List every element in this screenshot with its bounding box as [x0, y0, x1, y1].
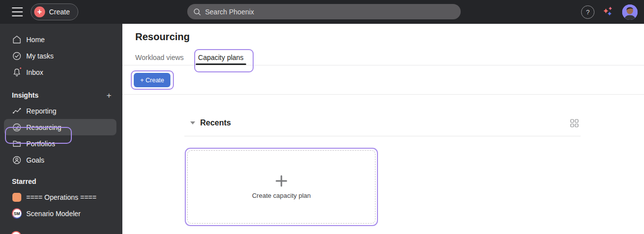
recents-section: Recents — [184, 117, 581, 136]
sidebar: Home My tasks Inbox Insights + — [0, 24, 122, 234]
search-icon — [193, 8, 201, 16]
page-title: Resourcing — [135, 31, 190, 43]
user-avatar[interactable] — [622, 4, 638, 20]
create-card-label: Create capacity plan — [252, 192, 311, 199]
starred-section-label: Starred — [12, 177, 36, 185]
recents-label: Recents — [200, 118, 569, 127]
check-circle-icon — [12, 51, 22, 61]
ai-sparkles-icon[interactable] — [601, 4, 616, 19]
collapse-arrow-icon[interactable] — [190, 121, 195, 124]
create-capacity-plan-card[interactable]: Create capacity plan — [187, 150, 376, 224]
sm-avatar-icon: SM — [12, 209, 22, 219]
partial-starred-avatar — [11, 231, 21, 234]
sidebar-item-label: Goals — [26, 156, 45, 164]
person-circle-icon — [12, 155, 22, 165]
sidebar-item-home[interactable]: Home — [4, 31, 116, 48]
topbar-right-group: ? — [581, 0, 638, 24]
sidebar-item-operations[interactable]: ==== Operations ==== — [4, 189, 116, 205]
sidebar-item-reporting[interactable]: Reporting — [4, 103, 116, 119]
help-button[interactable]: ? — [581, 5, 594, 19]
folder-icon — [12, 139, 22, 149]
topbar-create-label: Create — [49, 8, 70, 16]
main-content: Resourcing Workload views Capacity plans… — [122, 24, 644, 234]
sidebar-section-insights: Insights + — [0, 88, 122, 103]
sidebar-item-label: Portfolios — [26, 140, 55, 148]
add-insight-button[interactable]: + — [107, 91, 111, 100]
sidebar-item-inbox[interactable]: Inbox — [4, 64, 116, 80]
sidebar-item-my-tasks[interactable]: My tasks — [4, 48, 116, 64]
hamburger-menu-icon[interactable] — [12, 7, 23, 16]
sidebar-item-label: Resourcing — [26, 123, 61, 131]
plus-icon — [275, 175, 288, 187]
sidebar-item-scenario-modeler[interactable]: SM Scenario Modeler — [4, 205, 116, 222]
tab-capacity-plans[interactable]: Capacity plans — [198, 54, 244, 61]
topbar: + Create Search Phoenix ? — [0, 0, 644, 24]
sidebar-item-goals[interactable]: Goals — [4, 152, 116, 168]
search-input[interactable]: Search Phoenix — [187, 4, 461, 19]
sidebar-item-resourcing[interactable]: Resourcing — [4, 119, 116, 135]
search-placeholder: Search Phoenix — [205, 8, 254, 16]
sm-initials: SM — [13, 209, 21, 218]
question-mark-icon: ? — [586, 8, 590, 16]
recents-divider — [184, 136, 581, 136]
sidebar-item-label: Inbox — [26, 68, 43, 76]
sidebar-item-label: My tasks — [26, 52, 54, 60]
app-window: + Create Search Phoenix ? — [0, 0, 644, 234]
recents-header: Recents — [184, 117, 581, 128]
sidebar-item-label: ==== Operations ==== — [26, 193, 97, 201]
tabs-divider — [122, 65, 644, 65]
sidebar-section-starred: Starred — [0, 174, 122, 189]
notification-badge — [19, 66, 22, 70]
project-color-icon — [12, 192, 22, 202]
sidebar-item-portfolios[interactable]: Portfolios — [4, 135, 116, 152]
gauge-icon — [12, 122, 22, 132]
topbar-create-button[interactable]: + Create — [31, 3, 78, 20]
create-capacity-plan-button[interactable]: + Create — [134, 73, 170, 87]
tab-bar: Workload views Capacity plans — [135, 54, 244, 61]
grid-view-icon[interactable] — [569, 118, 579, 128]
sidebar-item-label: Reporting — [26, 107, 56, 115]
line-chart-icon — [12, 106, 22, 116]
insights-section-label: Insights — [12, 91, 39, 99]
bell-icon — [12, 67, 22, 77]
toolbar-divider — [122, 94, 644, 95]
plus-icon: + — [34, 6, 45, 17]
sidebar-item-label: Scenario Modeler — [26, 210, 81, 218]
home-icon — [12, 35, 22, 45]
tab-workload-views[interactable]: Workload views — [135, 54, 184, 61]
sidebar-item-label: Home — [26, 36, 45, 44]
